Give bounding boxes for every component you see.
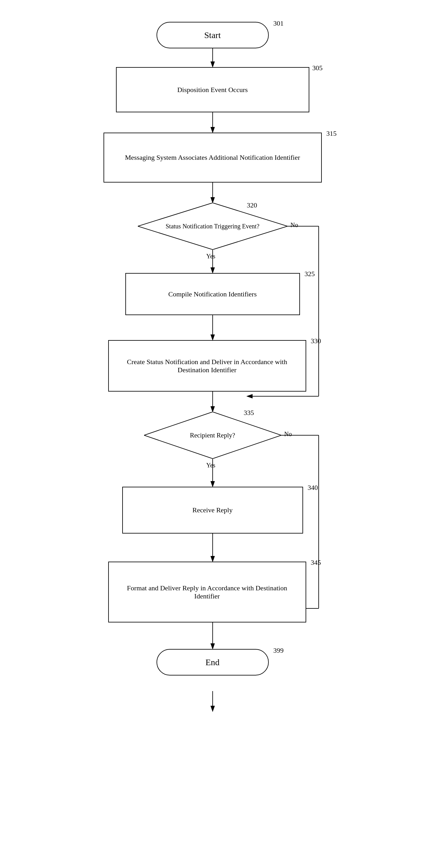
flowchart-diagram: Start 301 Disposition Event Occurs 305 M… [63,6,362,861]
decision-335: Recipient Reply? [144,412,281,459]
ref-399: 399 [273,647,284,655]
step-340: Receive Reply [122,487,303,533]
ref-345: 345 [311,558,321,567]
no-label-320: No [291,221,298,229]
end-terminal: End [157,649,269,676]
ref-315: 315 [326,129,337,137]
step-325: Compile Notification Identifiers [125,273,300,315]
step-330: Create Status Notification and Deliver i… [108,340,306,392]
decision-320: Status Notification Triggering Event? [138,203,288,250]
step-315: Messaging System Associates Additional N… [103,133,322,183]
step-305: Disposition Event Occurs [116,67,309,112]
ref-340: 340 [308,484,318,492]
start-terminal: Start [157,22,269,49]
yes-label-320: Yes [206,253,216,260]
ref-330: 330 [311,337,321,345]
step-345: Format and Deliver Reply in Accordance w… [108,562,306,622]
ref-305: 305 [313,64,323,72]
no-label-335: No [284,431,292,438]
ref-301: 301 [273,19,284,27]
yes-label-335: Yes [206,462,216,469]
ref-325: 325 [305,270,315,278]
